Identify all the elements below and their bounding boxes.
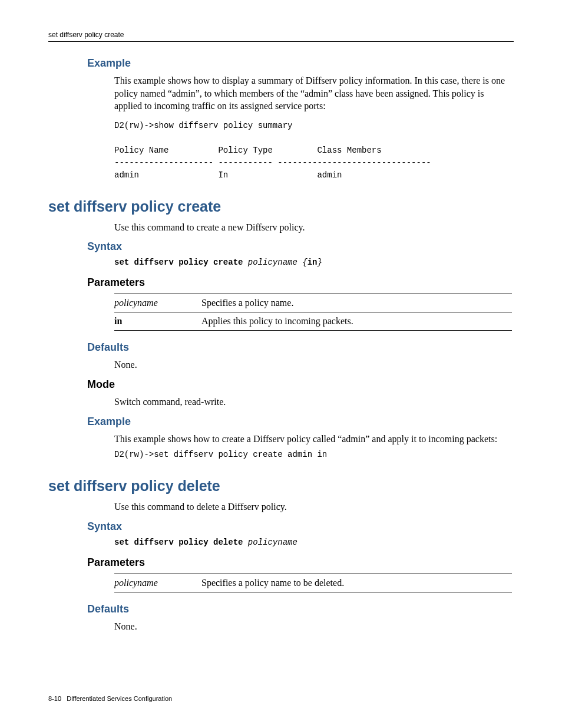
heading-parameters: Parameters [48, 556, 514, 569]
syntax-arg: policyname [248, 258, 297, 267]
heading-syntax: Syntax [48, 241, 514, 253]
syntax-keyword: in [308, 258, 318, 267]
param-desc: Applies this policy to incoming packets. [201, 312, 512, 331]
syntax-command: set diffserv policy create [114, 258, 243, 267]
heading-defaults: Defaults [48, 603, 514, 615]
param-desc: Specifies a policy name. [201, 294, 512, 312]
code-output: D2(rw)->show diffserv policy summary Pol… [48, 120, 514, 182]
heading-example: Example [48, 416, 514, 428]
param-name: policyname [114, 574, 201, 592]
chapter-title: Differentiated Services Configuration [67, 695, 172, 702]
code-output: D2(rw)->set diffserv policy create admin… [48, 449, 514, 461]
heading-example: Example [48, 57, 514, 70]
example-paragraph: This example shows how to display a summ… [48, 74, 514, 113]
intro-paragraph: Use this command to create a new Diffser… [48, 221, 514, 234]
syntax-line: set diffserv policy create policyname {i… [48, 258, 514, 267]
heading-parameters: Parameters [48, 276, 514, 289]
page-footer: 8-10 Differentiated Services Configurati… [48, 695, 172, 702]
param-name: in [114, 312, 201, 331]
intro-paragraph: Use this command to delete a Diffserv po… [48, 500, 514, 513]
defaults-value: None. [48, 358, 514, 371]
running-header: set diffserv policy create [48, 31, 514, 42]
syntax-command: set diffserv policy delete [114, 538, 243, 547]
param-name: policyname [114, 294, 201, 312]
heading-mode: Mode [48, 378, 514, 391]
heading-set-diffserv-policy-create: set diffserv policy create [48, 198, 514, 215]
parameters-table: policyname Specifies a policy name to be… [114, 574, 512, 592]
syntax-line: set diffserv policy delete policyname [48, 538, 514, 547]
heading-defaults: Defaults [48, 341, 514, 354]
param-desc: Specifies a policy name to be deleted. [201, 574, 512, 592]
defaults-value: None. [48, 620, 514, 633]
syntax-brace-open: { [302, 258, 307, 267]
heading-set-diffserv-policy-delete: set diffserv policy delete [48, 477, 514, 495]
syntax-brace-close: } [317, 258, 322, 267]
parameters-table: policyname Specifies a policy name. in A… [114, 294, 512, 331]
table-row: policyname Specifies a policy name. [114, 294, 512, 312]
syntax-arg: policyname [248, 538, 297, 547]
page-number: 8-10 [48, 695, 61, 702]
table-row: in Applies this policy to incoming packe… [114, 312, 512, 331]
heading-syntax: Syntax [48, 521, 514, 533]
table-row: policyname Specifies a policy name to be… [114, 574, 512, 592]
mode-value: Switch command, read‐write. [48, 396, 514, 409]
page: set diffserv policy create Example This … [0, 0, 562, 728]
example-paragraph: This example shows how to create a Diffs… [48, 433, 514, 446]
